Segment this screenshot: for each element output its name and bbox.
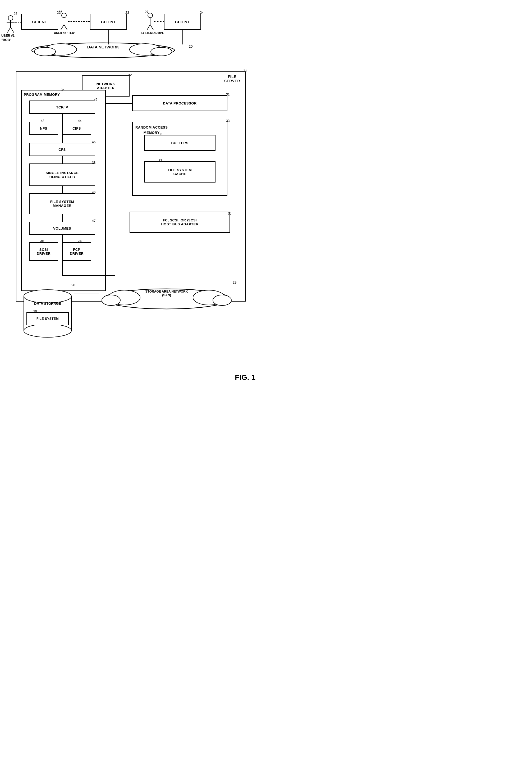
- ram-label: RANDOM ACCESSMEMORY: [135, 125, 168, 135]
- line-h-bottom: [62, 275, 115, 276]
- ref-28: 28: [71, 283, 75, 287]
- scsi-driver-box: SCSIDRIVER: [29, 242, 58, 261]
- ref-20: 20: [189, 44, 192, 48]
- svg-line-8: [61, 25, 64, 30]
- ref-47: 47: [92, 219, 95, 223]
- data-storage-label: DATA STORAGE: [21, 301, 74, 305]
- ref-36: 36: [159, 132, 162, 136]
- cifs-box: CIFS: [62, 122, 91, 135]
- svg-point-26: [102, 295, 120, 305]
- line-client22-net: [40, 30, 40, 45]
- ref-32: 32: [128, 73, 132, 77]
- ref-43: 43: [41, 119, 44, 123]
- sifu-box: SINGLE INSTANCEFILING UTILITY: [29, 163, 95, 186]
- san-cloud: STORAGE AREA NETWORK(SAN): [98, 280, 235, 312]
- svg-point-5: [62, 13, 66, 18]
- buffers-box: BUFFERS: [144, 135, 215, 151]
- fsm-box: FILE SYSTEMMANAGER: [29, 193, 95, 214]
- dashed-admin-client: [154, 21, 164, 22]
- ref-38: 38: [92, 161, 95, 164]
- dashed-bob-client: [11, 22, 22, 23]
- line-v5: [62, 214, 63, 222]
- line-v2: [62, 135, 63, 143]
- fig-label: FIG. 1: [235, 373, 255, 382]
- ref-45: 45: [92, 140, 95, 144]
- san-label: STORAGE AREA NETWORK(SAN): [145, 290, 188, 297]
- svg-point-27: [213, 295, 231, 305]
- ref-42: 42: [94, 98, 97, 102]
- diagram: USER #1"BOB" 25 USER #2 "TED" 26 SYSTEM …: [0, 0, 266, 387]
- line-v4: [62, 186, 63, 193]
- line-client24-net: [182, 30, 183, 44]
- ref-46: 46: [92, 190, 95, 194]
- ref-33: 33: [226, 119, 230, 123]
- ref-35: 35: [228, 212, 231, 215]
- ref-22: 22: [57, 11, 61, 15]
- ref-24: 24: [200, 11, 204, 15]
- user-admin-label: SYSTEM ADMIN.: [141, 31, 164, 34]
- dashed-ted-client: [68, 21, 90, 22]
- line-hba-san: [180, 233, 180, 254]
- svg-line-4: [11, 27, 14, 33]
- svg-point-10: [148, 13, 153, 18]
- fcp-driver-box: FCPDRIVER: [62, 242, 91, 261]
- data-network-label: DATA NETWORK: [87, 45, 119, 49]
- ref-31: 31: [226, 93, 230, 96]
- svg-line-14: [150, 25, 153, 30]
- cfs-box: CFS: [29, 143, 95, 156]
- line-san-storage: [74, 293, 99, 294]
- svg-point-18: [34, 47, 56, 56]
- ram-box: RANDOM ACCESSMEMORY: [132, 122, 227, 196]
- ref-25: 25: [14, 12, 17, 16]
- file-server-label: FILESERVER: [224, 75, 240, 83]
- ref-23: 23: [125, 11, 129, 15]
- data-network-cloud: DATA NETWORK: [26, 38, 180, 59]
- user-bob-label: USER #1"BOB": [1, 34, 15, 42]
- nfs-box: NFS: [29, 122, 58, 135]
- line-ram-hba-v: [180, 196, 180, 212]
- ref-48: 48: [40, 240, 44, 243]
- svg-line-3: [7, 27, 11, 33]
- ref-30: 30: [33, 309, 37, 313]
- ref-34: 34: [61, 88, 65, 92]
- line-client23-net: [108, 30, 109, 44]
- ref-37: 37: [159, 159, 162, 162]
- client-24-box: CLIENT: [164, 14, 201, 30]
- tcpip-box: TCP/IP: [29, 100, 95, 114]
- data-processor-box: DATA PROCESSOR: [132, 95, 227, 111]
- volumes-box: VOLUMES: [29, 222, 95, 235]
- user-ted-figure: [59, 13, 69, 32]
- svg-point-0: [8, 16, 13, 20]
- client-23-box: CLIENT: [90, 14, 127, 30]
- svg-line-13: [147, 25, 150, 30]
- client-22-box: CLIENT: [21, 14, 58, 30]
- svg-point-19: [151, 47, 172, 56]
- user-admin-figure: [145, 13, 155, 32]
- line-v1: [62, 114, 63, 122]
- line-drivers-down: [62, 261, 63, 275]
- ref-29: 29: [233, 280, 236, 284]
- hba-box: FC, SCSI, OR iSCSIHOST BUS ADAPTER: [130, 212, 230, 233]
- user-ted-label: USER #2 "TED": [54, 31, 75, 34]
- line-net-server: [114, 59, 114, 72]
- svg-point-21: [24, 290, 71, 303]
- program-memory-label: PROGRAM MEMORY: [24, 93, 60, 97]
- svg-point-22: [24, 324, 71, 337]
- ref-44: 44: [78, 119, 81, 123]
- line-v6: [62, 235, 63, 242]
- line-net-adapter: [106, 66, 106, 75]
- svg-line-9: [64, 25, 67, 30]
- user-bob-figure: [5, 15, 16, 35]
- line-pm-dp: [106, 103, 132, 104]
- line-adapter-down: [106, 97, 106, 106]
- file-system-box: FILE SYSTEM: [26, 312, 69, 325]
- ref-49: 49: [78, 240, 81, 243]
- fscache-box: FILE SYSTEMCACHE: [144, 161, 215, 182]
- line-v3: [62, 156, 63, 163]
- ref-21: 21: [243, 69, 247, 73]
- ref-27: 27: [145, 10, 148, 14]
